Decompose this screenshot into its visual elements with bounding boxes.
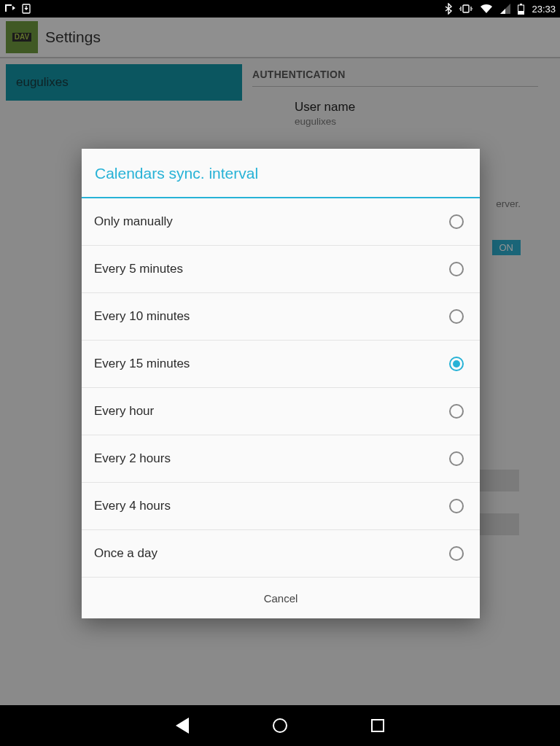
- cast-icon: [4, 4, 16, 14]
- option-4[interactable]: Every hour: [82, 388, 480, 435]
- svg-rect-1: [463, 5, 469, 12]
- radio-icon: [449, 309, 464, 324]
- radio-icon: [449, 214, 464, 229]
- option-5[interactable]: Every 2 hours: [82, 435, 480, 483]
- option-label: Every 10 minutes: [94, 309, 190, 324]
- app-area: DAV Settings eugulixes AUTHENTICATION Us…: [0, 18, 560, 705]
- option-label: Once a day: [94, 546, 158, 561]
- option-2[interactable]: Every 10 minutes: [82, 293, 480, 341]
- option-label: Every 15 minutes: [94, 357, 190, 371]
- sync-interval-dialog: Calendars sync. interval Only manuallyEv…: [82, 149, 480, 618]
- radio-icon: [449, 499, 464, 513]
- download-icon: [22, 4, 31, 14]
- nav-bar: [0, 705, 560, 746]
- cancel-button[interactable]: Cancel: [82, 578, 480, 618]
- battery-icon: [518, 4, 524, 15]
- radio-icon: [449, 357, 464, 371]
- status-time: 23:33: [532, 4, 556, 15]
- vibrate-icon: [459, 4, 472, 14]
- nav-home-button[interactable]: [273, 718, 287, 733]
- status-bar: 23:33: [0, 0, 560, 18]
- option-0[interactable]: Only manually: [82, 198, 480, 246]
- svg-rect-4: [518, 11, 524, 15]
- option-1[interactable]: Every 5 minutes: [82, 246, 480, 293]
- option-3[interactable]: Every 15 minutes: [82, 341, 480, 388]
- option-list: Only manuallyEvery 5 minutesEvery 10 min…: [82, 198, 480, 578]
- signal-icon: [500, 4, 510, 14]
- nav-back-button[interactable]: [176, 718, 189, 734]
- option-7[interactable]: Once a day: [82, 530, 480, 578]
- bluetooth-icon: [445, 3, 452, 15]
- radio-icon: [449, 546, 464, 561]
- option-label: Only manually: [94, 214, 173, 229]
- radio-icon: [449, 451, 464, 466]
- wifi-icon: [480, 4, 493, 14]
- option-6[interactable]: Every 4 hours: [82, 483, 480, 530]
- dialog-title: Calendars sync. interval: [82, 149, 480, 198]
- option-label: Every 5 minutes: [94, 262, 183, 276]
- radio-icon: [449, 262, 464, 276]
- nav-recent-button[interactable]: [371, 719, 384, 732]
- option-label: Every 4 hours: [94, 499, 171, 513]
- radio-icon: [449, 404, 464, 419]
- option-label: Every 2 hours: [94, 451, 171, 466]
- option-label: Every hour: [94, 404, 154, 419]
